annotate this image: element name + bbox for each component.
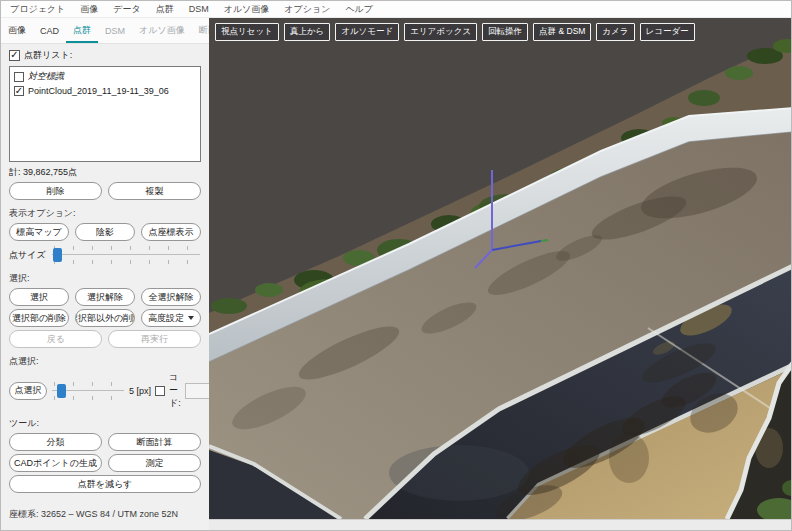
viewport-3d[interactable]: 視点リセット 真上から オルソモード エリアボックス 回転操作 点群 & DSM… — [209, 18, 792, 531]
cad-points-button[interactable]: CADポイントの生成 — [9, 454, 102, 472]
delete-unselected-button[interactable]: 選択部以外の削除 — [75, 309, 135, 327]
pixel-value-label: 5 [px] — [129, 386, 151, 396]
viewport-bottom-strip — [209, 519, 792, 531]
point-selection-label: 点選択: — [9, 355, 201, 368]
rotate-control-button[interactable]: 回転操作 — [482, 23, 528, 41]
slider-handle[interactable] — [57, 384, 66, 398]
tab-ortho[interactable]: オルソ画像 — [132, 18, 192, 43]
point-list-label: 点群リスト: — [24, 49, 72, 62]
selection-label: 選択: — [9, 272, 201, 285]
dropdown-arrow-icon — [188, 316, 194, 320]
menu-options[interactable]: オプション — [284, 3, 330, 16]
item-label: 対空標識 — [28, 70, 64, 83]
undo-button[interactable]: 戻る — [9, 330, 102, 348]
reduce-points-button[interactable]: 点群を減らす — [9, 475, 201, 493]
point-select-size-slider[interactable] — [51, 381, 125, 401]
app-window: プロジェクト 画像 データ 点群 DSM オルソ画像 オプション ヘルプ 画像 … — [0, 0, 792, 531]
slider-ticks — [54, 260, 198, 264]
shading-button[interactable]: 陰影 — [75, 223, 135, 241]
ortho-mode-button[interactable]: オルソモード — [335, 23, 399, 41]
item-checkbox[interactable] — [14, 72, 24, 82]
slider-handle[interactable] — [53, 248, 62, 262]
list-item[interactable]: PointCloud_2019_11_19-11_39_06 — [14, 86, 196, 96]
point-size-label: 点サイズ — [9, 249, 46, 262]
camera-button[interactable]: カメラ — [596, 23, 634, 41]
point-cloud-listbox[interactable]: 対空標識 PointCloud_2019_11_19-11_39_06 — [9, 66, 201, 162]
advanced-settings-button[interactable]: 高度設定 — [141, 309, 201, 327]
tab-dsm[interactable]: DSM — [98, 18, 132, 43]
delete-selected-button[interactable]: 選択部の削除 — [9, 309, 69, 327]
tab-section[interactable]: 断面 — [192, 18, 209, 43]
tab-cad[interactable]: CAD — [33, 18, 66, 43]
menu-project[interactable]: プロジェクト — [10, 3, 65, 16]
slider-ticks — [54, 246, 198, 250]
top-view-button[interactable]: 真上から — [284, 23, 330, 41]
display-options-label: 表示オプション: — [9, 207, 201, 220]
point-cloud-render[interactable] — [209, 18, 792, 519]
menu-pointcloud[interactable]: 点群 — [156, 3, 174, 16]
duplicate-button[interactable]: 複製 — [108, 182, 201, 200]
deselect-all-button[interactable]: 全選択解除 — [141, 288, 201, 306]
tools-label: ツール: — [9, 417, 201, 430]
item-checkbox[interactable] — [14, 86, 24, 96]
recorder-button[interactable]: レコーダー — [640, 23, 695, 41]
menu-data[interactable]: データ — [113, 3, 140, 16]
cross-section-button[interactable]: 断面計算 — [108, 433, 201, 451]
viewport-toolbar: 視点リセット 真上から オルソモード エリアボックス 回転操作 点群 & DSM… — [215, 23, 695, 41]
tab-pointcloud[interactable]: 点群 — [66, 18, 98, 43]
show-coordinates-button[interactable]: 点座標表示 — [141, 223, 201, 241]
slider-track — [52, 254, 200, 255]
menu-help[interactable]: ヘルプ — [345, 3, 373, 16]
reset-view-button[interactable]: 視点リセット — [215, 23, 279, 41]
item-label: PointCloud_2019_11_19-11_39_06 — [28, 86, 169, 96]
tab-strip: 画像 CAD 点群 DSM オルソ画像 断面 等高線 — [1, 18, 209, 44]
measure-button[interactable]: 測定 — [108, 454, 201, 472]
area-box-button[interactable]: エリアボックス — [404, 23, 477, 41]
point-size-slider[interactable] — [51, 245, 201, 265]
coordinate-system-status: 座標系: 32652 – WGS 84 / UTM zone 52N — [9, 508, 178, 521]
menu-ortho[interactable]: オルソ画像 — [224, 3, 270, 16]
code-label: コード: — [169, 371, 181, 410]
delete-button[interactable]: 削除 — [9, 182, 102, 200]
menu-image[interactable]: 画像 — [80, 3, 98, 16]
point-total-label: 計: 39,862,755点 — [9, 166, 201, 179]
code-checkbox[interactable] — [155, 386, 165, 396]
point-select-button[interactable]: 点選択 — [9, 382, 47, 400]
menu-dsm[interactable]: DSM — [189, 4, 209, 14]
tab-image[interactable]: 画像 — [1, 18, 33, 43]
deselect-button[interactable]: 選択解除 — [75, 288, 135, 306]
select-button[interactable]: 選択 — [9, 288, 69, 306]
list-item[interactable]: 対空標識 — [14, 70, 196, 83]
pointcloud-panel: 点群リスト: 対空標識 PointCloud_2019_11_19-11_39_… — [1, 44, 209, 493]
left-panel: 画像 CAD 点群 DSM オルソ画像 断面 等高線 点群リスト: — [1, 18, 209, 531]
classify-button[interactable]: 分類 — [9, 433, 102, 451]
asphalt-sheen — [389, 445, 529, 501]
menu-bar: プロジェクト 画像 データ 点群 DSM オルソ画像 オプション ヘルプ — [1, 1, 791, 18]
elevation-map-button[interactable]: 標高マップ — [9, 223, 69, 241]
redo-button[interactable]: 再実行 — [108, 330, 201, 348]
pointcloud-dsm-button[interactable]: 点群 & DSM — [533, 23, 591, 41]
point-list-checkbox[interactable] — [9, 50, 20, 61]
